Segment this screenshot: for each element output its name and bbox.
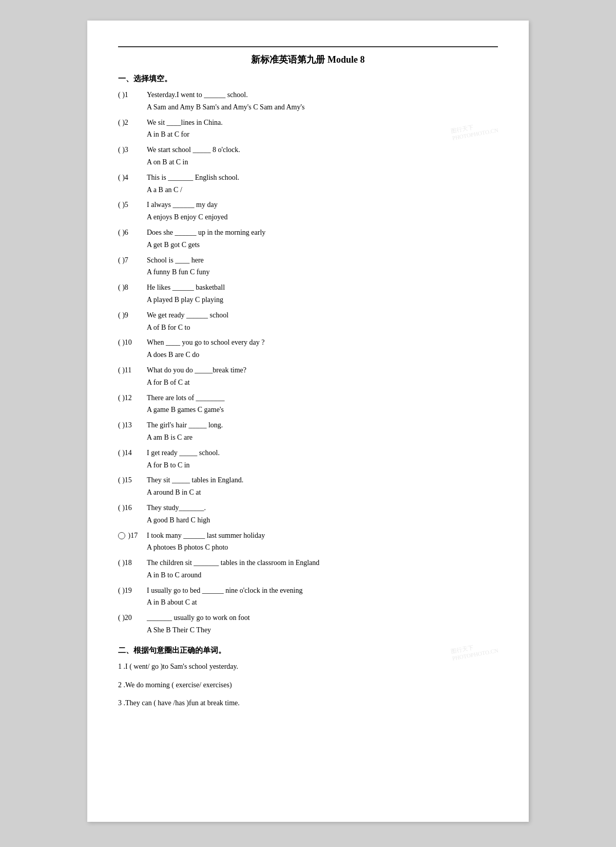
question-block: ( )12 There are lots of ________A game B…	[118, 392, 498, 417]
question-line: ( )11 What do you do _____break time?	[118, 364, 498, 377]
question-text: I get ready _____ school.	[147, 447, 220, 459]
question-line: ( )2 We sit ____lines in China.	[118, 117, 498, 129]
options-line: A photoes B photos C photo	[118, 541, 498, 554]
question-block: ( )16 They study_______.A good B hard C …	[118, 502, 498, 526]
question-text: We sit ____lines in China.	[147, 117, 223, 129]
question-line: ( )6 Does she ______ up in the morning e…	[118, 227, 498, 239]
options-line: A enjoys B enjoy C enjoyed	[118, 211, 498, 223]
options-line: A around B in C at	[118, 486, 498, 499]
question-line: ( )4 This is _______ English school.	[118, 172, 498, 184]
question-paren: ( )5	[118, 199, 147, 211]
question-line: ( )3 We start school _____ 8 o'clock.	[118, 144, 498, 156]
section2-title: 二、根据句意圈出正确的单词。	[118, 646, 498, 655]
question-text: The girl's hair _____ long.	[147, 419, 223, 431]
question-line: ( )12 There are lots of ________	[118, 392, 498, 404]
question-paren: )17	[118, 530, 147, 542]
question-text: This is _______ English school.	[147, 172, 239, 184]
question-text: _______ usually go to work on foot	[147, 612, 250, 624]
question-text: There are lots of ________	[147, 392, 225, 404]
question-line: ( )9 We get ready ______ school	[118, 309, 498, 322]
question-block: ( )5 I always ______ my dayA enjoys B en…	[118, 199, 498, 223]
question-text: The children sit _______ tables in the c…	[147, 557, 319, 569]
question-block: ( )6 Does she ______ up in the morning e…	[118, 227, 498, 251]
question-paren: ( )12	[118, 392, 147, 404]
question-block: ( )15 They sit _____ tables in England.A…	[118, 474, 498, 499]
question-line: ( )15 They sit _____ tables in England.	[118, 474, 498, 486]
question-block: ( )3 We start school _____ 8 o'clock.A o…	[118, 144, 498, 168]
options-line: A in B to C around	[118, 569, 498, 581]
question-line: ( )20 _______ usually go to work on foot	[118, 612, 498, 624]
question-paren: ( )20	[118, 612, 147, 624]
options-line: A get B got C gets	[118, 239, 498, 251]
question-paren: ( )2	[118, 117, 147, 129]
section2: 二、根据句意圈出正确的单词。 1 .I ( went/ go )to Sam's…	[118, 646, 498, 709]
options-line: A on B at C in	[118, 156, 498, 168]
question-paren: ( )9	[118, 309, 147, 322]
section2-container: 1 .I ( went/ go )to Sam's school yesterd…	[118, 661, 498, 709]
question-block: ( )4 This is _______ English school.A a …	[118, 172, 498, 196]
question-paren: ( )10	[118, 336, 147, 349]
question-line: ( )14 I get ready _____ school.	[118, 447, 498, 459]
question-paren: ( )15	[118, 474, 147, 486]
question-line: )17 I took many ______ last summer holid…	[118, 530, 498, 542]
question-line: ( )18 The children sit _______ tables in…	[118, 557, 498, 569]
options-line: A funny B fun C funy	[118, 266, 498, 278]
options-line: A does B are C do	[118, 349, 498, 361]
question-text: They study_______.	[147, 502, 206, 514]
question-text: When ____ you go to school every day ?	[147, 336, 264, 349]
options-line: A for B of C at	[118, 377, 498, 389]
question-text: I took many ______ last summer holiday	[147, 530, 265, 542]
question-paren: ( )19	[118, 585, 147, 597]
options-line: A in B about C at	[118, 596, 498, 609]
question-line: ( )5 I always ______ my day	[118, 199, 498, 211]
question-line: ( )19 I usually go to bed ______ nine o'…	[118, 585, 498, 597]
question-line: ( )1 Yesterday.I went to ______ school.	[118, 89, 498, 101]
question-block: ( )10 When ____ you go to school every d…	[118, 336, 498, 361]
options-line: A played B play C playing	[118, 294, 498, 306]
question-block: ( )20 _______ usually go to work on foot…	[118, 612, 498, 636]
question-block: ( )7 School is ____ hereA funny B fun C …	[118, 254, 498, 279]
question-block: )17 I took many ______ last summer holid…	[118, 530, 498, 554]
options-line: A a B an C /	[118, 184, 498, 196]
question-paren: ( )3	[118, 144, 147, 156]
question-paren: ( )18	[118, 557, 147, 569]
options-line: A for B to C in	[118, 459, 498, 472]
worksheet-page: 新标准英语第九册 Module 8 一、选择填空。 ( )1 Yesterday…	[87, 21, 529, 822]
question-paren: ( )4	[118, 172, 147, 184]
section2-question: 1 .I ( went/ go )to Sam's school yesterd…	[118, 661, 498, 673]
question-block: ( )18 The children sit _______ tables in…	[118, 557, 498, 581]
question-line: ( )10 When ____ you go to school every d…	[118, 336, 498, 349]
options-line: A of B for C to	[118, 322, 498, 334]
question-text: I always ______ my day	[147, 199, 218, 211]
section1-title: 一、选择填空。	[118, 74, 498, 84]
question-text: Yesterday.I went to ______ school.	[147, 89, 248, 101]
options-line: A good B hard C high	[118, 514, 498, 526]
options-line: A game B games C game's	[118, 404, 498, 416]
question-block: ( )11 What do you do _____break time?A f…	[118, 364, 498, 389]
question-paren: ( )13	[118, 419, 147, 431]
question-block: ( )19 I usually go to bed ______ nine o'…	[118, 585, 498, 609]
question-text: We get ready ______ school	[147, 309, 228, 322]
questions-container: ( )1 Yesterday.I went to ______ school.A…	[118, 89, 498, 636]
question-line: ( )13 The girl's hair _____ long.	[118, 419, 498, 431]
question-text: What do you do _____break time?	[147, 364, 246, 377]
question-text: I usually go to bed ______ nine o'clock …	[147, 585, 302, 597]
question-block: ( )1 Yesterday.I went to ______ school.A…	[118, 89, 498, 114]
question-block: ( )13 The girl's hair _____ long.A am B …	[118, 419, 498, 444]
options-line: A She B Their C They	[118, 624, 498, 636]
question-line: ( )16 They study_______.	[118, 502, 498, 514]
question-block: ( )14 I get ready _____ school.A for B t…	[118, 447, 498, 472]
options-line: A in B at C for	[118, 128, 498, 141]
question-paren: ( )1	[118, 89, 147, 101]
section2-question: 2 .We do morning ( exercise/ exercises)	[118, 679, 498, 691]
question-paren: ( )11	[118, 364, 147, 377]
question-text: Does she ______ up in the morning early	[147, 227, 265, 239]
question-paren: ( )7	[118, 254, 147, 267]
question-paren: ( )16	[118, 502, 147, 514]
question-paren: ( )14	[118, 447, 147, 459]
question-block: ( )2 We sit ____lines in China.A in B at…	[118, 117, 498, 141]
question-text: He likes ______ basketball	[147, 281, 225, 294]
question-text: They sit _____ tables in England.	[147, 474, 243, 486]
question-block: ( )9 We get ready ______ schoolA of B fo…	[118, 309, 498, 334]
question-block: ( )8 He likes ______ basketballA played …	[118, 281, 498, 306]
